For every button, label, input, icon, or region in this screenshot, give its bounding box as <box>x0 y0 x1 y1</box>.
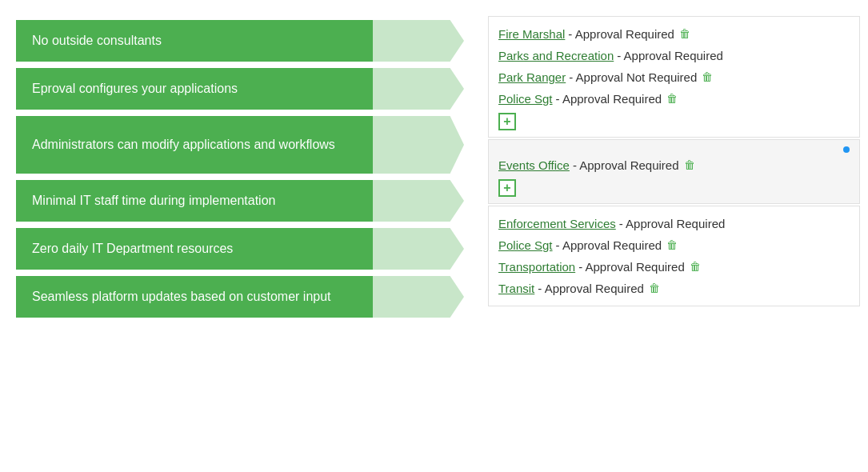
btn-tail-eproval-config <box>371 68 464 110</box>
approval-row-section-fire-1: Parks and Recreation - Approval Required <box>498 45 850 66</box>
btn-label-eproval-config: Eproval configures your applications <box>16 68 373 110</box>
btn-tail-admin-modify <box>371 116 464 174</box>
approval-section-section-fire: Fire Marshal - Approval Required🗑Parks a… <box>488 16 860 138</box>
arrow-btn-seamless-platform[interactable]: Seamless platform updates based on custo… <box>16 276 464 318</box>
btn-tail-no-consultants <box>371 20 464 62</box>
approval-text-section-fire-3: - Approval Required <box>556 90 662 107</box>
approval-row-section-fire-3: Police Sgt - Approval Required🗑 <box>498 88 850 110</box>
add-button-section-events[interactable]: + <box>498 179 516 197</box>
approval-text-section-fire-1: - Approval Required <box>617 47 723 64</box>
trash-icon-section-events-0[interactable]: 🗑 <box>684 158 695 174</box>
btn-label-no-consultants: No outside consultants <box>16 20 373 62</box>
right-panel: Fire Marshal - Approval Required🗑Parks a… <box>480 12 868 460</box>
approval-row-section-enforcement-2: Transportation - Approval Required🗑 <box>498 256 850 278</box>
trash-icon-section-enforcement-3[interactable]: 🗑 <box>649 281 660 297</box>
approval-row-section-fire-2: Park Ranger - Approval Not Required🗑 <box>498 66 850 88</box>
approval-text-section-events-0: - Approval Required <box>573 157 679 174</box>
approval-section-section-events: Events Office - Approval Required🗑+ <box>488 139 860 204</box>
arrow-btn-eproval-config[interactable]: Eproval configures your applications <box>16 68 464 110</box>
approval-link-section-fire-0[interactable]: Fire Marshal <box>498 26 565 42</box>
approval-link-section-events-0[interactable]: Events Office <box>498 157 570 174</box>
approval-link-section-fire-1[interactable]: Parks and Recreation <box>498 47 614 64</box>
trash-icon-section-fire-0[interactable]: 🗑 <box>679 26 690 42</box>
approval-row-section-events-0: Events Office - Approval Required🗑 <box>498 154 850 176</box>
trash-icon-section-enforcement-2[interactable]: 🗑 <box>690 259 701 275</box>
approval-row-section-enforcement-1: Police Sgt - Approval Required🗑 <box>498 234 850 256</box>
approval-link-section-enforcement-3[interactable]: Transit <box>498 280 534 297</box>
btn-tail-seamless-platform <box>371 276 464 318</box>
approval-link-section-fire-3[interactable]: Police Sgt <box>498 90 553 107</box>
arrow-btn-admin-modify[interactable]: Administrators can modify applications a… <box>16 116 464 174</box>
btn-label-seamless-platform: Seamless platform updates based on custo… <box>16 276 373 318</box>
approval-row-section-fire-0: Fire Marshal - Approval Required🗑 <box>498 23 850 45</box>
btn-tail-zero-it <box>371 228 464 270</box>
btn-label-minimal-it: Minimal IT staff time during implementat… <box>16 180 373 222</box>
approval-link-section-enforcement-2[interactable]: Transportation <box>498 258 575 275</box>
approval-text-section-enforcement-3: - Approval Required <box>538 280 644 297</box>
arrow-btn-minimal-it[interactable]: Minimal IT staff time during implementat… <box>16 180 464 222</box>
approval-text-section-enforcement-0: - Approval Required <box>619 215 726 232</box>
approval-link-section-fire-2[interactable]: Park Ranger <box>498 69 566 86</box>
btn-label-admin-modify: Administrators can modify applications a… <box>16 116 373 174</box>
approval-link-section-enforcement-1[interactable]: Police Sgt <box>498 237 553 254</box>
approval-text-section-enforcement-2: - Approval Required <box>578 258 685 275</box>
approval-row-section-enforcement-3: Transit - Approval Required🗑 <box>498 278 850 299</box>
arrow-btn-no-consultants[interactable]: No outside consultants <box>16 20 464 62</box>
approval-link-section-enforcement-0[interactable]: Enforcement Services <box>498 215 616 232</box>
trash-icon-section-fire-2[interactable]: 🗑 <box>702 70 713 86</box>
left-panel: No outside consultantsEproval configures… <box>0 12 480 460</box>
approval-row-section-enforcement-0: Enforcement Services - Approval Required <box>498 213 850 234</box>
btn-tail-minimal-it <box>371 180 464 222</box>
approval-text-section-enforcement-1: - Approval Required <box>556 237 662 254</box>
arrow-btn-zero-it[interactable]: Zero daily IT Department resources <box>16 228 464 270</box>
add-button-section-fire[interactable]: + <box>498 113 516 130</box>
trash-icon-section-fire-3[interactable]: 🗑 <box>666 91 678 107</box>
btn-label-zero-it: Zero daily IT Department resources <box>16 228 373 270</box>
dot-indicator <box>843 146 850 153</box>
approval-text-section-fire-2: - Approval Not Required <box>569 69 697 86</box>
approval-section-section-enforcement: Enforcement Services - Approval Required… <box>488 206 860 306</box>
approval-text-section-fire-0: - Approval Required <box>568 26 674 42</box>
trash-icon-section-enforcement-1[interactable]: 🗑 <box>666 238 678 254</box>
